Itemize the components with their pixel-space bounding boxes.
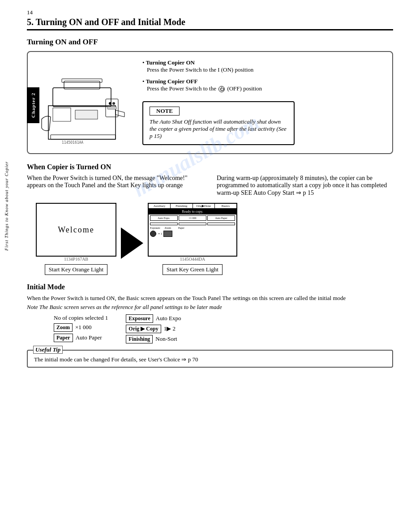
zoom-row: Zoom ×1 000 xyxy=(54,323,108,332)
turning-on-off-title: Turning ON and OFF xyxy=(27,38,393,47)
chapter-tab: Chapter 2 xyxy=(27,87,39,123)
svg-point-8 xyxy=(109,102,111,105)
useful-tip-text: The initial mode can be changed For deta… xyxy=(34,356,386,363)
finishing-row: Finishing Non-Sort xyxy=(126,335,181,343)
mode-table: No of copies selected 1 Zoom ×1 000 Pape… xyxy=(54,314,393,343)
cp-sub-labels: Exposure Zoom Paper xyxy=(149,226,236,230)
cp-circle xyxy=(150,231,156,237)
chapter-title: 5. Turning ON and OFF and Initial Mode xyxy=(27,17,393,30)
on-off-box: 1145O161AA • Turning Copier ON Press the… xyxy=(27,51,393,154)
panels-row: Welcome 1134P167AB Start Key Orange Ligh… xyxy=(36,203,393,275)
copy-panel-topbar: Auxiliary Finishing Orig▶Done Basics xyxy=(149,204,236,209)
bullet1-text: Press the Power Switch to the I (ON) pos… xyxy=(147,66,253,73)
svg-rect-10 xyxy=(107,107,116,109)
start-key-green-label: Start Key Green Light xyxy=(163,264,223,275)
orig-copy-value: 1▶ 2 xyxy=(164,325,176,332)
bullet1-label: Turning Copier ON xyxy=(146,59,195,66)
cp-tab-finishing: Finishing xyxy=(171,204,193,208)
paper-value: Auto Paper xyxy=(76,334,102,341)
arrow-symbol: ⇒ xyxy=(296,189,303,196)
page-number: 14 xyxy=(27,9,393,16)
bullet2-label: Turning Copier OFF xyxy=(146,78,198,85)
when-copier-on-title: When Copier is Turned ON xyxy=(27,163,393,171)
cp-rect xyxy=(163,231,172,237)
svg-rect-7 xyxy=(75,110,98,119)
finishing-key: Finishing xyxy=(126,335,153,343)
paper-key: Paper xyxy=(54,334,73,342)
chapter-label: Chapter 2 xyxy=(30,93,36,118)
orig-copy-key: Orig ▶ Copy xyxy=(126,325,161,333)
when-copier-on-text: When the Power Switch is turned ON, the … xyxy=(27,175,393,197)
cp-btn-x1000: ×1 000 xyxy=(179,215,206,221)
note-box: NOTE The Auto Shut Off function will aut… xyxy=(142,101,295,145)
copy-panel-container: Auxiliary Finishing Orig▶Done Basics Rea… xyxy=(148,203,237,275)
exposure-key: Exposure xyxy=(126,314,153,323)
zoom-value: ×1 000 xyxy=(75,324,92,331)
svg-point-9 xyxy=(112,102,115,105)
cp-btn-blank3 xyxy=(207,223,235,225)
useful-tip-label: Useful Tip xyxy=(33,346,63,354)
cp-tab-basics: Basics xyxy=(215,204,236,208)
bullet2-text: Press the Power Switch to the ⏻ (OFF) po… xyxy=(147,85,262,92)
sidebar-italic-text: First Things to Know about your Copier xyxy=(4,161,9,251)
mode-col-left: No of copies selected 1 Zoom ×1 000 Pape… xyxy=(54,314,108,343)
svg-rect-5 xyxy=(51,135,116,139)
on-off-left: 1145O161AA xyxy=(35,59,133,146)
cp-btn-blank1 xyxy=(150,223,178,225)
cp-tab-orig-done: Orig▶Done xyxy=(193,204,215,208)
cp-row1: Auto Expo. ×1 000 Auto Paper xyxy=(149,215,236,222)
panel1-label: 1134P167AB xyxy=(64,257,88,262)
useful-tip-arrow: ⇒ xyxy=(181,356,188,363)
cp-tab-auxiliary: Auxiliary xyxy=(149,204,171,208)
note-title: NOTE xyxy=(150,107,180,116)
welcome-panel-container: Welcome 1134P167AB Start Key Orange Ligh… xyxy=(36,203,116,275)
initial-mode-section: Initial Mode When the Power Switch is tu… xyxy=(27,283,393,368)
useful-tip-box: Useful Tip The initial mode can be chang… xyxy=(27,350,393,368)
copier-image: 1145O161AA xyxy=(39,74,129,146)
on-off-right: • Turning Copier ON Press the Power Swit… xyxy=(142,59,385,146)
svg-rect-3 xyxy=(62,79,102,82)
arrow-container xyxy=(121,227,143,259)
note-text: The Auto Shut Off function will automati… xyxy=(150,118,287,140)
cp-status: Ready to copy. xyxy=(149,209,236,215)
initial-mode-note: Note The Basic screen serves as the refe… xyxy=(27,304,393,311)
cp-btn-blank2 xyxy=(179,223,206,225)
no-copies-row: No of copies selected 1 xyxy=(54,314,108,322)
start-key-orange-label: Start Key Orange Light xyxy=(45,264,107,275)
panel2-label: 1145O444DA xyxy=(180,257,205,262)
paper-row: Paper Auto Paper xyxy=(54,334,108,342)
exposure-value: Auto Expo xyxy=(156,315,181,322)
finishing-value: Non-Sort xyxy=(155,335,177,343)
no-copies-label: No of copies selected 1 xyxy=(54,314,108,322)
exposure-row: Exposure Auto Expo xyxy=(126,314,181,323)
svg-rect-1 xyxy=(53,88,111,107)
bullet2: • Turning Copier OFF Press the Power Swi… xyxy=(142,78,385,92)
initial-mode-para1: When the Power Switch is turned ON, the … xyxy=(27,295,393,302)
svg-text:1145O161AA: 1145O161AA xyxy=(62,141,83,145)
power-icon: ⏻ xyxy=(218,86,225,92)
cp-btn-auto-paper: Auto Paper xyxy=(207,215,235,221)
mode-col-right: Exposure Auto Expo Orig ▶ Copy 1▶ 2 Fini… xyxy=(126,314,181,343)
when-copier-on-left: When the Power Switch is turned ON, the … xyxy=(27,175,203,197)
right-arrow xyxy=(121,227,143,259)
cp-btn-auto-expo: Auto Expo. xyxy=(150,215,178,221)
bullet1: • Turning Copier ON Press the Power Swit… xyxy=(142,59,385,73)
when-copier-on-right: During warm-up (approximately 8 minutes)… xyxy=(217,175,393,197)
initial-mode-title: Initial Mode xyxy=(27,283,393,291)
cp-row2 xyxy=(149,222,236,226)
orig-copy-row: Orig ▶ Copy 1▶ 2 xyxy=(126,325,181,333)
cp-bottom: ▪1 xyxy=(149,230,236,238)
welcome-panel: Welcome xyxy=(36,203,116,257)
svg-rect-6 xyxy=(53,108,71,121)
copy-panel: Auxiliary Finishing Orig▶Done Basics Rea… xyxy=(148,203,237,257)
sidebar-italic-container: First Things to Know about your Copier xyxy=(0,134,13,278)
zoom-key: Zoom xyxy=(54,323,73,332)
